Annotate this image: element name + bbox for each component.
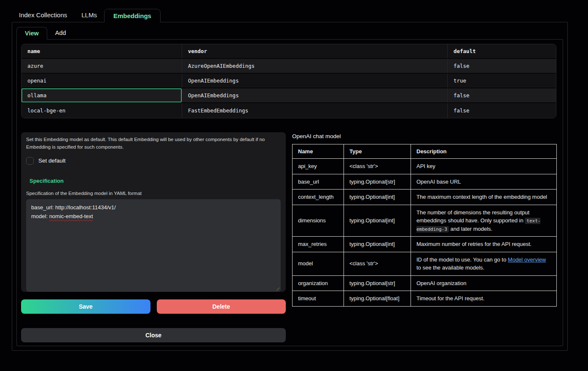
- doc-row: api_key<class 'str'>API key: [293, 159, 557, 174]
- cell-name[interactable]: ollama: [21, 88, 182, 102]
- specification-heading: Specification: [30, 178, 281, 184]
- doc-cell-type: typing.Optional[str]: [344, 275, 411, 291]
- doc-row: base_urltyping.Optional[str]OpenAI base …: [293, 174, 557, 190]
- detail-area: Set this Embedding model as default. Thi…: [21, 132, 558, 342]
- tab-add[interactable]: Add: [47, 27, 74, 39]
- detail-left-column: Set this Embedding model as default. Thi…: [21, 132, 286, 342]
- doc-cell-description: The number of dimensions the resulting o…: [411, 205, 557, 237]
- cell-vendor[interactable]: OpenAIEmbeddings: [182, 88, 448, 102]
- doc-row: model<class 'str'>ID of the model to use…: [293, 252, 557, 275]
- tab-embeddings[interactable]: Embeddings: [104, 9, 161, 22]
- embeddings-table: namevendordefaultazureAzureOpenAIEmbeddi…: [21, 44, 556, 118]
- resize-handle-icon[interactable]: [275, 286, 279, 291]
- inline-code: text-embedding-3: [416, 218, 540, 232]
- yaml-line: model: nomic-embed-text: [31, 212, 276, 221]
- doc-cell-name: base_url: [293, 174, 344, 190]
- table-row[interactable]: ollamaOpenAIEmbeddingsfalse: [21, 88, 556, 103]
- doc-cell-description: Timeout for the API request.: [411, 291, 557, 307]
- doc-cell-description: The maximum context length of the embedd…: [411, 190, 557, 205]
- cell-name[interactable]: openai: [21, 74, 182, 88]
- column-header-name: name: [21, 44, 182, 58]
- cell-default[interactable]: true: [448, 74, 556, 88]
- doc-column-header-name: Name: [293, 144, 344, 159]
- doc-cell-name: api_key: [293, 159, 344, 174]
- cell-default[interactable]: false: [448, 103, 556, 118]
- column-header-default: default: [448, 44, 556, 58]
- view-panel: namevendordefaultazureAzureOpenAIEmbeddi…: [16, 39, 563, 346]
- top-tab-bar: Index Collections LLMs Embeddings: [0, 0, 588, 22]
- close-button[interactable]: Close: [21, 328, 286, 342]
- embeddings-panel: View Add namevendordefaultazureAzureOpen…: [12, 22, 568, 351]
- action-row: Save Delete: [21, 299, 286, 314]
- doc-cell-name: context_length: [293, 190, 344, 205]
- doc-row: max_retriestyping.Optional[int]Maximum n…: [293, 237, 557, 252]
- set-default-checkbox[interactable]: [26, 157, 34, 165]
- column-header-vendor: vendor: [182, 44, 448, 58]
- table-header-row: namevendordefault: [21, 44, 556, 59]
- table-row[interactable]: openaiOpenAIEmbeddingstrue: [21, 74, 556, 88]
- cell-default[interactable]: false: [448, 59, 556, 73]
- cell-vendor[interactable]: OpenAIEmbeddings: [182, 74, 448, 88]
- app-root: { "colors": { "accent_green": "#7be3b4",…: [0, 0, 588, 371]
- doc-column-header-type: Type: [344, 144, 411, 159]
- doc-column-header-description: Description: [411, 144, 557, 159]
- doc-cell-type: <class 'str'>: [344, 159, 411, 174]
- yaml-line: base_url: http://localhost:11434/v1/: [31, 203, 276, 212]
- doc-cell-description: Maximum number of retries for the API re…: [411, 237, 557, 252]
- table-row[interactable]: azureAzureOpenAIEmbeddingsfalse: [21, 59, 556, 74]
- default-description: Set this Embedding model as default. Thi…: [26, 136, 280, 151]
- detail-right-column: OpenAI chat model NameTypeDescription ap…: [292, 132, 557, 342]
- doc-cell-type: typing.Optional[float]: [344, 291, 411, 307]
- set-default-row[interactable]: Set default: [26, 156, 281, 166]
- model-doc-title: OpenAI chat model: [292, 132, 557, 139]
- tab-view[interactable]: View: [16, 27, 47, 40]
- doc-cell-name: dimensions: [293, 205, 344, 237]
- doc-cell-description: OpenAI base URL: [411, 174, 557, 190]
- default-card: Set this Embedding model as default. Thi…: [21, 132, 286, 292]
- cell-name[interactable]: local-bge-en: [21, 103, 182, 118]
- save-button[interactable]: Save: [21, 299, 150, 314]
- doc-cell-description: ID of the model to use. You can go to Mo…: [411, 252, 557, 275]
- tab-index-collections[interactable]: Index Collections: [12, 8, 74, 22]
- misspelled-word: nomic-embed-text: [49, 213, 93, 219]
- doc-cell-description: API key: [411, 159, 557, 174]
- doc-cell-name: max_retries: [293, 237, 344, 252]
- table-row[interactable]: local-bge-enFastEmbedEmbeddingsfalse: [21, 103, 556, 118]
- doc-cell-name: model: [293, 252, 344, 275]
- cell-vendor[interactable]: FastEmbedEmbeddings: [182, 103, 448, 118]
- doc-cell-type: typing.Optional[int]: [344, 190, 411, 205]
- close-row: Close: [21, 328, 286, 342]
- model-overview-link[interactable]: Model overview: [508, 256, 546, 263]
- tab-llms[interactable]: LLMs: [74, 8, 104, 22]
- doc-cell-name: timeout: [293, 291, 344, 307]
- doc-cell-type: <class 'str'>: [344, 252, 411, 275]
- delete-button[interactable]: Delete: [157, 299, 286, 314]
- model-doc-header: NameTypeDescription: [293, 144, 557, 159]
- set-default-label: Set default: [38, 157, 66, 164]
- doc-cell-type: typing.Optional[str]: [344, 174, 411, 190]
- cell-default[interactable]: false: [448, 88, 556, 102]
- yaml-editor[interactable]: base_url: http://localhost:11434/v1/mode…: [26, 199, 281, 292]
- specification-subtitle: Specification of the Embedding model in …: [26, 191, 281, 196]
- doc-cell-description: OpenAI organization: [411, 275, 557, 291]
- doc-row: context_lengthtyping.Optional[int]The ma…: [293, 190, 557, 205]
- doc-cell-type: typing.Optional[int]: [344, 205, 411, 237]
- cell-vendor[interactable]: AzureOpenAIEmbeddings: [182, 59, 448, 73]
- doc-cell-name: organization: [293, 275, 344, 291]
- doc-row: organizationtyping.Optional[str]OpenAI o…: [293, 275, 557, 291]
- doc-row: dimensionstyping.Optional[int]The number…: [293, 205, 557, 237]
- doc-row: timeouttyping.Optional[float]Timeout for…: [293, 291, 557, 307]
- doc-cell-type: typing.Optional[int]: [344, 237, 411, 252]
- model-doc-table: NameTypeDescription api_key<class 'str'>…: [292, 144, 557, 307]
- sub-tab-bar: View Add: [16, 27, 563, 39]
- cell-name[interactable]: azure: [21, 59, 182, 73]
